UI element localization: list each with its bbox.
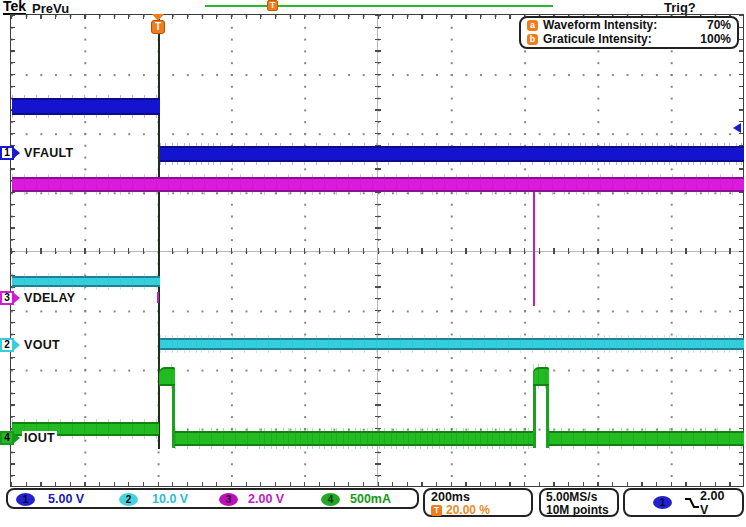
bottom-edge-ticks (11, 482, 743, 486)
trigger-position-flag[interactable]: T (151, 20, 165, 34)
ch1-label: VFAULT (22, 146, 75, 160)
ch3-label: VDELAY (22, 291, 77, 305)
knob-b-icon: b (527, 34, 538, 45)
ch4-marker-icon: 4 (0, 431, 14, 445)
ch2-vout-trace-low (160, 338, 744, 350)
ch4-iout-trace-low-a (175, 431, 533, 446)
ch4-iout-inrush-spike-2 (533, 367, 549, 386)
right-edge-ticks (739, 15, 743, 486)
ch2-label: VOUT (22, 338, 62, 352)
horizontal-readout[interactable]: 200ms T 20.00 % (423, 488, 533, 517)
ch3-marker-icon: 3 (0, 291, 14, 305)
waveform-intensity-row[interactable]: a Waveform Intensity: 70% (527, 19, 731, 32)
ch1-vfault-trace-low (160, 146, 744, 162)
ch1-scale-readout: 5.00 V (48, 492, 84, 506)
ch3-trigger-artifact (157, 292, 159, 303)
knob-a-icon: a (527, 20, 538, 31)
ch3-vdelay-dip-spike (533, 192, 535, 306)
graticule (10, 14, 744, 487)
channel-tag-ch1[interactable]: 1 VFAULT (0, 146, 75, 160)
ch1-vfault-trace-high (12, 98, 160, 115)
falling-slope-icon (684, 497, 700, 509)
waveform-intensity-label: Waveform Intensity: (543, 19, 657, 32)
channel-scale-readouts[interactable]: 1 5.00 V 2 10.0 V 3 2.00 V 4 500mA (6, 488, 419, 509)
left-edge-ticks (11, 15, 15, 486)
acquisition-readout[interactable]: 5.00MS/s 10M points (539, 488, 619, 517)
ch4-iout-trace-low-b (549, 431, 744, 446)
ch4-scale-readout: 500mA (350, 492, 391, 506)
ch1-marker-icon: 1 (0, 146, 14, 160)
channel-tag-ch3[interactable]: 3 VDELAY (0, 291, 77, 305)
ch3-scale-readout: 2.00 V (248, 492, 284, 506)
tek-logo: Tek (3, 0, 26, 15)
channel-tag-ch4[interactable]: 4 IOUT (0, 431, 57, 445)
ch2-marker-icon: 2 (0, 338, 14, 352)
ch3-badge-icon: 3 (219, 493, 238, 506)
channel-tag-ch2[interactable]: 2 VOUT (0, 338, 62, 352)
ch3-vdelay-trace (12, 177, 744, 192)
ch2-scale-readout: 10.0 V (152, 492, 188, 506)
trigger-status-label: Trig? (664, 0, 696, 15)
oscilloscope-screen: Tek PreVu T Trig? T (0, 0, 746, 527)
trigger-position-readout: 20.00 % (446, 504, 490, 516)
ch4-iout-inrush-spike-1 (159, 367, 175, 386)
record-view-bar (205, 5, 553, 7)
ch4-badge-icon: 4 (321, 493, 340, 506)
intensity-panel: a Waveform Intensity: 70% b Graticule In… (519, 16, 739, 49)
trigger-position-mini-icon: T (431, 505, 442, 516)
graticule-intensity-value: 100% (700, 33, 731, 46)
trigger-readout[interactable]: 1 2.00 V (623, 488, 744, 517)
trigger-level-readout: 2.00 V (700, 489, 736, 517)
graticule-intensity-row[interactable]: b Graticule Intensity: 100% (527, 33, 731, 46)
trigger-source-badge-icon: 1 (653, 496, 672, 509)
ch4-label: IOUT (22, 431, 57, 445)
trigger-level-arrow-icon[interactable] (733, 123, 741, 133)
ch2-vout-trace-high (12, 276, 160, 287)
graticule-intensity-label: Graticule Intensity: (543, 33, 652, 46)
ch4-spike2-rising-edge (533, 386, 536, 448)
record-trigger-position-icon: T (267, 0, 278, 11)
ch1-badge-icon: 1 (16, 493, 35, 506)
record-length-readout: 10M points (546, 504, 612, 517)
center-horizontal-ticks (11, 248, 743, 254)
ch2-badge-icon: 2 (119, 493, 138, 506)
waveform-intensity-value: 70% (707, 19, 731, 32)
